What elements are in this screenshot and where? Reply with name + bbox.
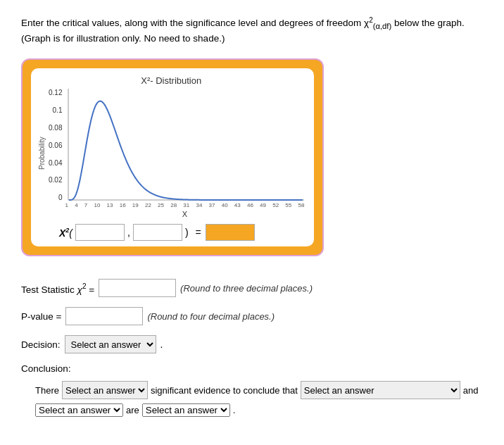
form-section: Test Statistic χ2 = (Round to three deci… [21, 279, 483, 417]
pvalue-row: P-value = (Round to four decimal places.… [21, 307, 483, 325]
x-axis-label: X [65, 210, 304, 218]
chi-df-input[interactable] [133, 224, 182, 241]
chi-squared-label: X2( [59, 227, 73, 239]
there-text: There [35, 385, 59, 396]
graph-outer: X²- Distribution Probability 0.12 0.1 0.… [21, 58, 324, 256]
test-statistic-hint: (Round to three decimal places.) [180, 283, 313, 294]
chi-distribution-chart [65, 89, 304, 201]
conclusion-select3[interactable]: Select an answer yes no [35, 403, 123, 417]
y-axis-label: Probability [38, 89, 46, 218]
plot-area: 1 4 7 10 13 16 19 22 25 28 31 34 37 40 4… [65, 89, 304, 218]
decision-select[interactable]: Select an answer Reject H₀ Fail to rejec… [65, 335, 156, 353]
test-statistic-row: Test Statistic χ2 = (Round to three deci… [21, 279, 483, 297]
test-statistic-label: Test Statistic χ2 = [21, 282, 94, 295]
chi-critical-input-row: X2( , ) = [38, 224, 304, 241]
chi-alpha-input[interactable] [75, 224, 125, 241]
chi-result-input[interactable] [206, 224, 255, 241]
conclusion-label: Conclusion: [21, 363, 483, 374]
decision-label: Decision: [21, 339, 61, 350]
decision-row: Decision: Select an answer Reject H₀ Fai… [21, 335, 483, 353]
pvalue-hint: (Round to four decimal places.) [147, 311, 275, 322]
and-text: and [463, 385, 479, 396]
significant-text: significant evidence to conclude that [151, 385, 298, 396]
are-text: are [126, 405, 139, 415]
instructions: Enter the critical values, along with th… [21, 14, 483, 46]
conclusion-select1[interactable]: Select an answer is is not [62, 381, 148, 399]
pvalue-label: P-value = [21, 311, 61, 322]
conclusion-row1: There Select an answer is is not signifi… [35, 381, 483, 399]
conclusion-row2: Select an answer yes no are Select an an… [35, 403, 483, 417]
x-axis-ticks: 1 4 7 10 13 16 19 22 25 28 31 34 37 40 4… [65, 202, 304, 208]
test-statistic-input[interactable] [99, 279, 176, 297]
formula: χ2(α,df) [364, 18, 394, 28]
graph-title: X²- Distribution [38, 75, 304, 86]
chart-area: Probability 0.12 0.1 0.08 0.06 0.04 0.02… [38, 89, 304, 218]
pvalue-input[interactable] [65, 307, 143, 325]
conclusion-select2[interactable]: Select an answer the population mean is … [301, 381, 460, 399]
y-axis-ticks: 0.12 0.1 0.08 0.06 0.04 0.02 0 [49, 89, 62, 201]
instructions-text: Enter the critical values, along with th… [21, 18, 361, 28]
graph-inner: X²- Distribution Probability 0.12 0.1 0.… [31, 68, 314, 246]
conclusion-select4[interactable]: Select an answer dependent independent [142, 403, 230, 417]
